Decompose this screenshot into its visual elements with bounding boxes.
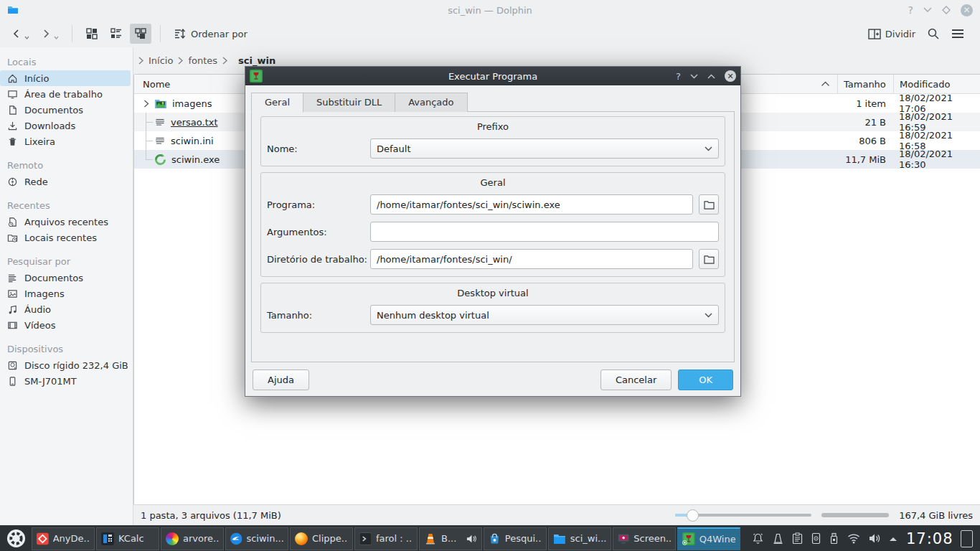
workdir-browse-button[interactable]: [699, 249, 719, 269]
cancel-button[interactable]: Cancelar: [600, 369, 672, 390]
sidebar-item-label: Área de trabalho: [24, 89, 103, 100]
sort-by-button[interactable]: Ordenar por: [169, 24, 252, 43]
task-sciwin[interactable]: sciwin....: [225, 527, 288, 550]
show-desktop-button[interactable]: [961, 530, 973, 547]
sidebar-item-rede[interactable]: Rede: [0, 174, 131, 189]
free-space-label: 167,4 GiB livres: [899, 510, 973, 521]
search-button[interactable]: [923, 24, 944, 44]
sidebar-item-pesquisa-videos[interactable]: Vídeos: [0, 317, 131, 333]
tab-avancado[interactable]: Avançado: [395, 93, 467, 112]
expand-tray-icon[interactable]: [889, 536, 897, 542]
folder-icon: [704, 255, 715, 264]
konsole-icon: [359, 532, 372, 545]
column-header-nome[interactable]: Nome: [143, 79, 170, 90]
zoom-slider[interactable]: [675, 509, 811, 522]
zoom-slider-handle[interactable]: [687, 509, 699, 522]
sidebar-item-disco-rigido[interactable]: Disco rígido 232,4 GiB: [0, 357, 131, 373]
task-label: Clippe...: [312, 533, 348, 544]
program-input[interactable]: [370, 194, 693, 215]
sidebar-item-pesquisa-documentos[interactable]: Documentos: [0, 270, 131, 286]
application-launcher-button[interactable]: [0, 526, 32, 551]
back-button[interactable]: [7, 25, 34, 43]
task-anydesk[interactable]: AnyDe...: [32, 527, 95, 550]
dialog-close-icon[interactable]: ✕: [725, 70, 736, 82]
window-close-icon[interactable]: ✕: [961, 4, 973, 17]
sidebar-item-documentos[interactable]: Documentos: [0, 102, 131, 118]
window-help-button[interactable]: ?: [908, 5, 913, 15]
dialog-titlebar: Executar Programa ? ✕: [245, 67, 740, 85]
workdir-input[interactable]: [370, 249, 693, 269]
wifi-icon[interactable]: [847, 533, 860, 544]
column-header-modificado[interactable]: Modificado: [893, 75, 980, 93]
menu-button[interactable]: [947, 25, 969, 42]
file-name: sciwin.ini: [171, 136, 214, 146]
task-label: sciwin....: [246, 533, 283, 544]
dialog-maximize-icon[interactable]: [707, 74, 715, 79]
icons-view-icon: [85, 27, 98, 40]
expand-arrow-icon[interactable]: [138, 100, 154, 108]
sidebar-item-label: Locais recentes: [24, 232, 97, 243]
clipboard-icon[interactable]: [792, 532, 803, 545]
task-clippe-firefox[interactable]: Clippe...: [290, 527, 353, 550]
sidebar-item-lixeira[interactable]: Lixeira: [0, 133, 131, 149]
tab-substituir-dll[interactable]: Substituir DLL: [303, 93, 395, 112]
status-bar: 1 pasta, 3 arquivos (11,7 MiB) 167,4 GiB…: [133, 504, 980, 525]
task-screen-spectacle[interactable]: Screen...: [613, 527, 676, 550]
prefix-name-combobox[interactable]: Default: [370, 138, 719, 159]
volume-icon[interactable]: [869, 533, 880, 544]
sidebar-item-arquivos-recentes[interactable]: Arquivos recentes: [0, 214, 131, 230]
sidebar-item-sm-j701mt[interactable]: SM-J701MT: [0, 373, 131, 389]
sidebar-item-downloads[interactable]: Downloads: [0, 118, 131, 133]
ok-button[interactable]: OK: [678, 369, 733, 390]
file-size: 21 B: [837, 117, 893, 128]
breadcrumb-home[interactable]: Início: [146, 54, 176, 67]
icons-view-button[interactable]: [81, 24, 103, 44]
window-maximize-icon[interactable]: [942, 6, 951, 14]
desktop-size-combobox[interactable]: Nenhum desktop virtual: [370, 305, 719, 325]
file-name: versao.txt: [171, 117, 218, 128]
desktop-size-label: Tamanho:: [267, 310, 370, 321]
task-vlc[interactable]: B...: [419, 527, 482, 550]
sidebar-item-pesquisa-imagens[interactable]: Imagens: [0, 286, 131, 301]
task-farol-konsole[interactable]: farol : ...: [354, 527, 418, 550]
image-editor-icon: [166, 532, 179, 545]
places-panel: Locais Início Área de trabalho Documento…: [0, 47, 133, 525]
details-view-button[interactable]: [105, 24, 127, 44]
program-browse-button[interactable]: [699, 194, 719, 215]
split-view-button[interactable]: Dividir: [864, 25, 920, 43]
window-minimize-icon[interactable]: [923, 7, 932, 13]
usb-device-icon[interactable]: [829, 532, 839, 545]
task-kcalc[interactable]: KCalc: [96, 527, 159, 550]
prefix-name-value: Default: [377, 143, 705, 154]
task-pesqui-discover[interactable]: Pesqui...: [484, 527, 547, 550]
sidebar-item-pesquisa-audio[interactable]: Áudio: [0, 301, 131, 317]
sidebar-item-inicio[interactable]: Início: [0, 70, 131, 86]
sidebar-item-label: SM-J701MT: [24, 376, 77, 387]
vlc-tray-icon[interactable]: [773, 533, 783, 545]
task-q4wine[interactable]: Q4Wine: [677, 527, 740, 550]
text-file-icon: [154, 116, 166, 128]
section-title-recentes: Recentes: [0, 198, 133, 214]
column-header-tamanho[interactable]: Tamanho: [837, 75, 893, 93]
task-arvore[interactable]: arvore...: [161, 527, 224, 550]
arguments-input[interactable]: [370, 222, 719, 242]
help-button[interactable]: Ajuda: [253, 369, 309, 390]
task-sci-win-dolphin[interactable]: sci_wi...: [548, 527, 611, 550]
forward-button[interactable]: [37, 25, 63, 43]
clock[interactable]: 17:08: [906, 530, 953, 547]
dialog-minimize-icon[interactable]: [690, 74, 698, 79]
sidebar-item-locais-recentes[interactable]: Locais recentes: [0, 230, 131, 245]
dialog-help-button[interactable]: ?: [676, 72, 681, 81]
notifications-bell-icon[interactable]: [752, 532, 764, 545]
folder-icon: [704, 200, 715, 209]
tab-geral[interactable]: Geral: [251, 93, 303, 113]
chevron-right-icon: [138, 57, 144, 65]
breadcrumb-fontes[interactable]: fontes: [185, 54, 220, 67]
sidebar-item-area-de-trabalho[interactable]: Área de trabalho: [0, 86, 131, 102]
task-label: Screen...: [633, 533, 671, 544]
file-name: sciwin.exe: [171, 154, 220, 165]
dialog-title: Executar Programa: [245, 71, 740, 82]
kde-connect-phone-icon[interactable]: [811, 532, 821, 545]
section-title-remoto: Remoto: [0, 158, 133, 174]
tree-view-button[interactable]: [130, 24, 151, 44]
